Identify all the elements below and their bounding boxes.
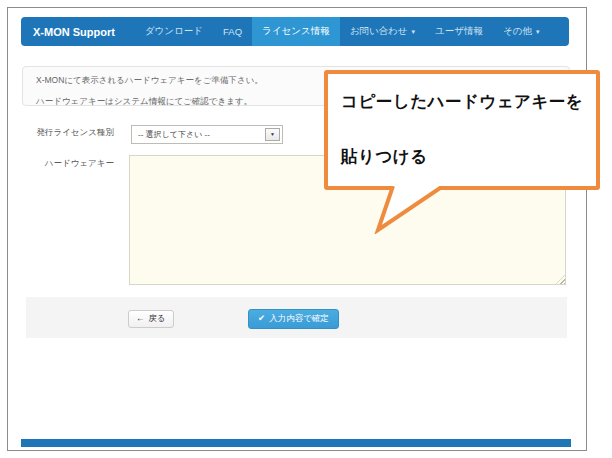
footer-bar <box>21 439 571 447</box>
form-actions-band: ←戻る ✔入力内容で確定 <box>26 297 567 338</box>
nav-item-label: その他 <box>503 25 532 38</box>
hardware-key-label: ハードウェアキー <box>16 158 114 170</box>
back-button[interactable]: ←戻る <box>128 310 174 328</box>
nav-item-license-info[interactable]: ライセンス情報 <box>252 17 340 46</box>
callout-line-2: 貼りつける <box>341 146 428 168</box>
callout-bubble-tail <box>370 186 450 234</box>
callout-bubble: コピーしたハードウェアキーを 貼りつける <box>324 70 600 190</box>
nav-item-faq[interactable]: FAQ <box>213 17 252 46</box>
nav-item-download[interactable]: ダウンロード <box>135 17 213 46</box>
dropdown-button[interactable]: ▼ <box>265 128 280 141</box>
confirm-button[interactable]: ✔入力内容で確定 <box>248 309 339 329</box>
check-icon: ✔ <box>258 313 265 323</box>
nav-item-user-info[interactable]: ユーザ情報 <box>425 17 493 46</box>
callout-line-1: コピーしたハードウェアキーを <box>341 91 583 113</box>
chevron-down-icon: ▾ <box>412 28 416 35</box>
nav-item-label: お問い合わせ <box>350 25 408 38</box>
nav-item-contact[interactable]: お問い合わせ▾ <box>340 17 425 46</box>
confirm-button-label: 入力内容で確定 <box>269 313 329 323</box>
chevron-down-icon: ▾ <box>536 28 540 35</box>
back-button-label: 戻る <box>149 313 166 323</box>
back-arrow-icon: ← <box>136 313 145 323</box>
license-type-selected-value: -- 選択して下さい -- <box>138 126 210 143</box>
dropdown-arrow-icon: ▼ <box>270 132 275 137</box>
navbar: X-MON Support ダウンロード FAQ ライセンス情報 お問い合わせ▾… <box>21 17 569 46</box>
nav-item-other[interactable]: その他▾ <box>493 17 549 46</box>
license-type-select[interactable]: -- 選択して下さい -- ▼ <box>131 125 283 144</box>
brand-link[interactable]: X-MON Support <box>21 17 127 46</box>
license-type-label: 発行ライセンス種別 <box>16 127 114 139</box>
